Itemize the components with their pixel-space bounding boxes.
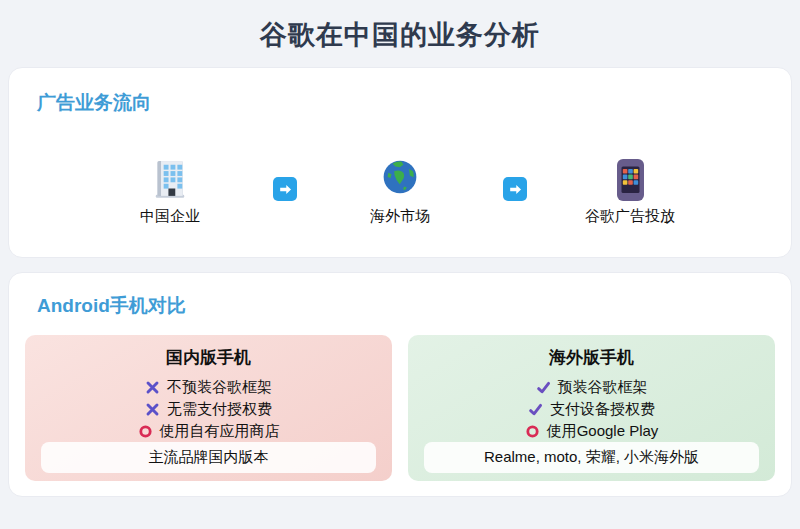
list-item-text: 使用自有应用商店	[160, 422, 280, 441]
panel-footer-note: Realme, moto, 荣耀, 小米海外版	[424, 442, 759, 473]
right-arrow-icon	[273, 177, 297, 201]
panel-item-list: 不预装谷歌框架 无需支付授权费 使用自有应用商店	[41, 376, 376, 442]
ad-flow-heading: 广告业务流向	[37, 90, 763, 116]
circle-icon	[138, 424, 153, 439]
panel-item-list: 预装谷歌框架 支付设备授权费 使用Google Play	[424, 376, 759, 442]
panel-title: 国内版手机	[41, 346, 376, 369]
comparison-panels: 国内版手机 不预装谷歌框架 无需支付授权费	[25, 335, 775, 481]
list-item: 使用自有应用商店	[41, 420, 376, 442]
flow-step-china-companies: 中国企业	[67, 158, 273, 226]
android-comparison-card: Android手机对比 国内版手机 不预装谷歌框架 无需支付授权费	[8, 272, 792, 497]
panel-domestic-phones: 国内版手机 不预装谷歌框架 无需支付授权费	[25, 335, 392, 481]
check-icon	[536, 380, 551, 395]
list-item: 预装谷歌框架	[424, 376, 759, 398]
flow-step-overseas-market: 海外市场	[297, 158, 503, 226]
panel-footer-note: 主流品牌国内版本	[41, 442, 376, 473]
page-title: 谷歌在中国的业务分析	[0, 0, 800, 67]
flow-step-google-ads: 谷歌广告投放	[527, 158, 733, 226]
list-item-text: 不预装谷歌框架	[167, 378, 272, 397]
check-icon	[528, 402, 543, 417]
list-item: 无需支付授权费	[41, 398, 376, 420]
ad-flow-card: 广告业务流向	[8, 67, 792, 258]
mobile-phone-apps-icon	[615, 158, 646, 200]
flow-step-label: 谷歌广告投放	[585, 207, 675, 226]
list-item-text: 无需支付授权费	[167, 400, 272, 419]
circle-icon	[525, 424, 540, 439]
list-item-text: 预装谷歌框架	[558, 378, 648, 397]
list-item-text: 使用Google Play	[547, 422, 659, 441]
flow-step-label: 中国企业	[140, 207, 200, 226]
panel-overseas-phones: 海外版手机 预装谷歌框架 支付设备授权费	[408, 335, 775, 481]
cross-icon	[145, 402, 160, 417]
right-arrow-icon	[503, 177, 527, 201]
list-item: 支付设备授权费	[424, 398, 759, 420]
list-item-text: 支付设备授权费	[550, 400, 655, 419]
list-item: 使用Google Play	[424, 420, 759, 442]
office-building-icon	[151, 158, 189, 200]
cross-icon	[145, 380, 160, 395]
android-comparison-heading: Android手机对比	[25, 293, 775, 319]
list-item: 不预装谷歌框架	[41, 376, 376, 398]
ad-flow-diagram: 中国企业 海外市场	[37, 158, 763, 226]
globe-icon	[381, 158, 419, 200]
flow-step-label: 海外市场	[370, 207, 430, 226]
panel-title: 海外版手机	[424, 346, 759, 369]
